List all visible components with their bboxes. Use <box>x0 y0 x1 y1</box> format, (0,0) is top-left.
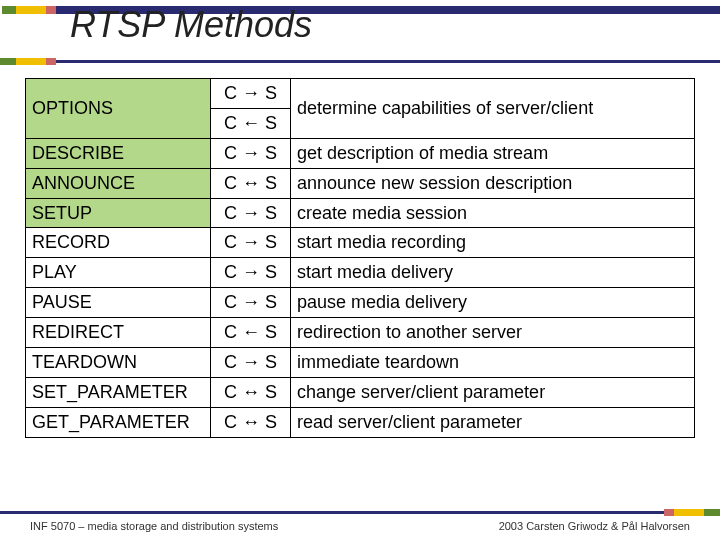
footer-left: INF 5070 – media storage and distributio… <box>30 520 278 532</box>
table-row: PAUSEC → Spause media delivery <box>26 288 695 318</box>
table-row: REDIRECTC ← Sredirection to another serv… <box>26 318 695 348</box>
table-row: RECORDC → Sstart media recording <box>26 228 695 258</box>
deco-stripe <box>2 6 16 14</box>
table-row: OPTIONSC → Sdetermine capabilities of se… <box>26 79 695 109</box>
footer-right: 2003 Carsten Griwodz & Pål Halvorsen <box>499 520 690 532</box>
table-row: SETUPC → Screate media session <box>26 198 695 228</box>
description-cell: immediate teardown <box>291 348 695 378</box>
deco-stripe <box>664 509 720 516</box>
method-name-cell: PAUSE <box>26 288 211 318</box>
method-name-cell: TEARDOWN <box>26 348 211 378</box>
direction-cell: C → S <box>211 258 291 288</box>
direction-cell: C ← S <box>211 318 291 348</box>
direction-cell: C → S <box>211 288 291 318</box>
method-name-cell: ANNOUNCE <box>26 168 211 198</box>
method-name-cell: DESCRIBE <box>26 138 211 168</box>
description-cell: redirection to another server <box>291 318 695 348</box>
description-cell: pause media delivery <box>291 288 695 318</box>
methods-table: OPTIONSC → Sdetermine capabilities of se… <box>25 78 695 438</box>
table-row: PLAYC → Sstart media delivery <box>26 258 695 288</box>
description-cell: read server/client parameter <box>291 407 695 437</box>
table-row: ANNOUNCEC ↔ Sannounce new session descri… <box>26 168 695 198</box>
method-name-cell: OPTIONS <box>26 79 211 139</box>
table-row: GET_PARAMETERC ↔ Sread server/client par… <box>26 407 695 437</box>
direction-cell: C → S <box>211 198 291 228</box>
method-name-cell: PLAY <box>26 258 211 288</box>
method-name-cell: GET_PARAMETER <box>26 407 211 437</box>
direction-cell: C ↔ S <box>211 407 291 437</box>
direction-cell: C ↔ S <box>211 377 291 407</box>
direction-cell: C → S <box>211 228 291 258</box>
direction-cell: C ← S <box>211 108 291 138</box>
deco-stripe <box>46 6 56 14</box>
deco-stripe <box>16 6 46 14</box>
slide: RTSP Methods OPTIONSC → Sdetermine capab… <box>0 0 720 540</box>
description-cell: announce new session description <box>291 168 695 198</box>
direction-cell: C → S <box>211 138 291 168</box>
direction-cell: C → S <box>211 79 291 109</box>
method-name-cell: SET_PARAMETER <box>26 377 211 407</box>
method-name-cell: RECORD <box>26 228 211 258</box>
title-underline <box>56 60 720 63</box>
table-row: DESCRIBEC → Sget description of media st… <box>26 138 695 168</box>
description-cell: get description of media stream <box>291 138 695 168</box>
description-cell: start media delivery <box>291 258 695 288</box>
page-title: RTSP Methods <box>70 4 312 46</box>
method-name-cell: SETUP <box>26 198 211 228</box>
deco-stripe <box>0 58 56 65</box>
description-cell: determine capabilities of server/client <box>291 79 695 139</box>
table-row: SET_PARAMETERC ↔ Schange server/client p… <box>26 377 695 407</box>
method-name-cell: REDIRECT <box>26 318 211 348</box>
table-row: TEARDOWNC → Simmediate teardown <box>26 348 695 378</box>
description-cell: change server/client parameter <box>291 377 695 407</box>
direction-cell: C → S <box>211 348 291 378</box>
description-cell: start media recording <box>291 228 695 258</box>
footer-rule <box>0 511 720 514</box>
description-cell: create media session <box>291 198 695 228</box>
direction-cell: C ↔ S <box>211 168 291 198</box>
